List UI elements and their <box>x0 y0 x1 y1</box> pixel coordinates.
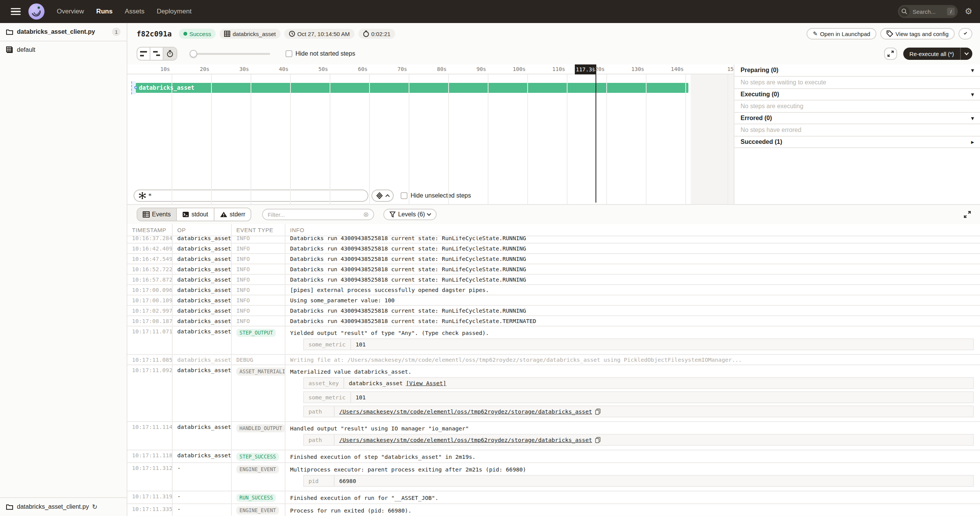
tab-stderr[interactable]: stderr <box>214 208 251 221</box>
status-section-errored[interactable]: Errored (0)▾ <box>734 112 980 124</box>
view-asset-link[interactable]: [View Asset] <box>406 380 446 386</box>
sidebar-item-code-location[interactable]: databricks_asset_client.py 1 <box>0 23 127 41</box>
path-link[interactable]: /Users/smackesey/stm/code/elementl/oss/t… <box>339 408 592 415</box>
status-section-empty-message: No steps have errored <box>734 124 980 136</box>
gantt-chart-body: databricks_asset <box>127 74 734 204</box>
event-type-badge: ENGINE_EVENT <box>236 506 279 514</box>
log-row[interactable]: 10:17:00.096databricks_assetINFO[pipes] … <box>127 285 980 295</box>
log-filter-field[interactable] <box>267 211 363 218</box>
nav-links: OverviewRunsAssetsDeployment <box>57 8 191 15</box>
gridline <box>488 74 488 204</box>
info-text: Writing file at: /Users/smackesey/stm/co… <box>290 356 980 363</box>
metadata-value-text: 66980 <box>339 478 356 484</box>
gridline <box>330 74 330 204</box>
view-tags-config-button[interactable]: View tags and config <box>880 28 955 40</box>
metadata-key: pid <box>304 476 335 486</box>
gridline <box>527 74 528 204</box>
hide-not-started-checkbox[interactable] <box>285 50 292 57</box>
footer-code-location-label: databricks_asset_client.py <box>17 503 89 510</box>
tab-stdout[interactable]: stdout <box>177 208 214 221</box>
gantt-zoom-slider[interactable] <box>190 48 270 59</box>
stderr-warning-icon <box>220 211 228 218</box>
log-row[interactable]: 10:17:11.071databricks_assetSTEP_OUTPUTY… <box>127 326 980 355</box>
logs-fullscreen-button[interactable] <box>961 208 974 221</box>
op-cell: databricks_asset <box>173 316 232 326</box>
graph-query-toggle-button[interactable] <box>371 190 394 202</box>
log-filter-input[interactable]: ⊗ <box>262 209 374 220</box>
metadata-value: 101 <box>351 339 370 349</box>
op-cell: databricks_asset <box>173 236 232 243</box>
nav-link-runs[interactable]: Runs <box>96 8 113 15</box>
dagster-logo[interactable] <box>28 3 45 20</box>
levels-dropdown[interactable]: Levels (6) <box>383 209 436 220</box>
expand-icon <box>964 211 971 218</box>
gantt-fullscreen-button[interactable] <box>884 48 897 60</box>
gantt-waterfall-mode-button[interactable] <box>150 48 163 60</box>
metadata-value-text: 101 <box>356 341 366 348</box>
re-execute-all-button[interactable]: Re-execute all (*) <box>903 48 972 60</box>
log-row[interactable]: 10:17:11.319-RUN_SUCCESSFinished executi… <box>127 491 980 504</box>
gantt-bar-io-dot <box>134 86 137 89</box>
log-row[interactable]: 10:17:11.312-ENGINE_EVENTMultiprocess ex… <box>127 463 980 491</box>
clear-filter-icon[interactable]: ⊗ <box>363 211 369 218</box>
log-row[interactable]: 10:17:11.114databricks_assetHANDLED_OUTP… <box>127 422 980 450</box>
info-cell: [pipes] external process successfully op… <box>285 285 980 295</box>
path-link[interactable]: /Users/smackesey/stm/code/elementl/oss/t… <box>339 437 592 443</box>
tab-events[interactable]: Events <box>137 208 177 221</box>
open-in-launchpad-button[interactable]: ✎ Open in Launchpad <box>807 28 876 40</box>
log-row[interactable]: 10:17:11.092databricks_assetASSET_MATERI… <box>127 365 980 422</box>
search-input[interactable]: Search... / <box>898 5 958 18</box>
info-text: Databricks run 43009438525818 current st… <box>290 276 980 283</box>
log-row[interactable]: 10:17:00.109databricks_assetINFOUsing so… <box>127 295 980 306</box>
op-cell: - <box>173 463 232 491</box>
metadata-table: path/Users/smackesey/stm/code/elementl/o… <box>303 434 980 446</box>
nav-link-deployment[interactable]: Deployment <box>157 8 191 15</box>
log-row[interactable]: 10:17:11.085databricks_assetDEBUGWriting… <box>127 355 980 365</box>
status-section-executing[interactable]: Executing (0)▾ <box>734 88 980 101</box>
nav-link-overview[interactable]: Overview <box>57 8 84 15</box>
status-badge: Success <box>179 29 216 39</box>
timer-icon <box>363 30 369 37</box>
copy-icon[interactable] <box>595 437 601 443</box>
hide-unselected-checkbox[interactable] <box>401 192 408 199</box>
log-row[interactable]: 10:17:08.187databricks_assetINFODatabric… <box>127 316 980 326</box>
event-type-badge: STEP_OUTPUT <box>236 329 276 337</box>
op-cell: - <box>173 504 232 516</box>
gantt-time-axis: 117.3s 10s20s30s40s50s60s70s80s90s100s11… <box>127 64 734 74</box>
op-cell: databricks_asset <box>173 285 232 295</box>
log-row[interactable]: 10:17:02.997databricks_assetINFODatabric… <box>127 306 980 316</box>
gantt-step-bar[interactable]: databricks_asset <box>136 83 688 93</box>
sidebar-item-default-job[interactable]: default <box>0 41 127 58</box>
metadata-value: /Users/smackesey/stm/code/elementl/oss/t… <box>335 435 605 445</box>
status-section-preparing[interactable]: Preparing (0)▾ <box>734 64 980 77</box>
axis-tick-label: 140s <box>671 66 684 72</box>
metadata-value: databricks_asset[View Asset] <box>344 378 451 388</box>
log-row[interactable]: 10:16:47.549databricks_assetINFODatabric… <box>127 254 980 264</box>
step-selector-value[interactable] <box>148 192 363 199</box>
log-row[interactable]: 10:16:52.722databricks_assetINFODatabric… <box>127 264 980 275</box>
copy-icon[interactable] <box>595 409 601 415</box>
info-text: Handled output "result" using IO manager… <box>290 424 980 432</box>
event-type-cell: STEP_SUCCESS <box>232 450 285 462</box>
log-row[interactable]: 10:16:37.284databricks_assetINFODatabric… <box>127 236 980 244</box>
reload-icon[interactable]: ↻ <box>92 503 97 511</box>
log-row[interactable]: 10:17:11.118databricks_assetSTEP_SUCCESS… <box>127 450 980 463</box>
re-execute-options-button[interactable] <box>960 48 972 60</box>
sidebar-footer-code-location[interactable]: databricks_asset_client.py ↻ <box>0 497 127 516</box>
hide-not-started-label: Hide not started steps <box>295 50 355 57</box>
gantt-flat-mode-button[interactable] <box>137 48 150 60</box>
hamburger-menu-icon[interactable] <box>11 8 21 15</box>
log-row[interactable]: 10:16:57.872databricks_assetINFODatabric… <box>127 275 980 285</box>
log-row[interactable]: 10:16:42.409databricks_assetINFODatabric… <box>127 244 980 254</box>
run-more-actions-button[interactable] <box>959 28 972 40</box>
timestamp-cell: 10:16:57.872 <box>127 275 173 284</box>
slider-knob[interactable] <box>190 50 197 58</box>
timestamp-cell: 10:17:11.114 <box>127 422 173 450</box>
event-type-cell: DEBUG <box>232 355 285 364</box>
log-row[interactable]: 10:17:11.335-ENGINE_EVENTProcess for run… <box>127 504 980 516</box>
gear-icon[interactable]: ⚙ <box>965 7 972 16</box>
gantt-timed-mode-button[interactable] <box>163 48 177 60</box>
status-section-succeeded[interactable]: Succeeded (1)▸ <box>734 136 980 148</box>
nav-link-assets[interactable]: Assets <box>125 8 144 15</box>
metadata-row: path/Users/smackesey/stm/code/elementl/o… <box>303 434 974 446</box>
